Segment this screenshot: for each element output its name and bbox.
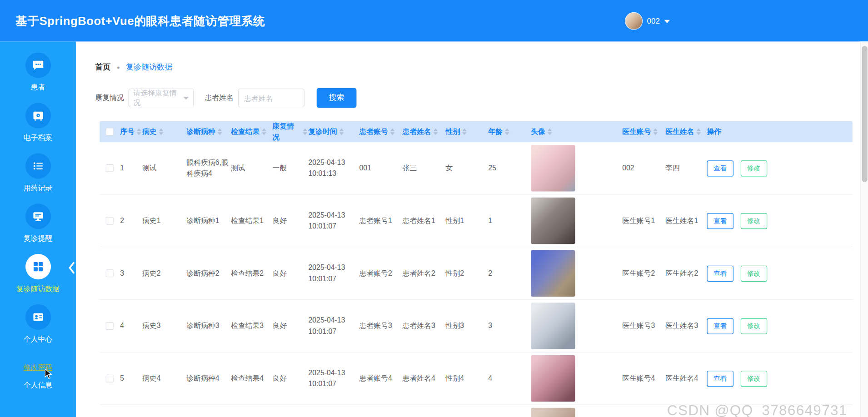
sidebar-item-medication[interactable]: 用药记录 [0, 153, 76, 193]
cell-recovery: 良好 [271, 373, 307, 384]
cell-history: 测试 [141, 163, 185, 174]
cell-age: 2 [487, 268, 530, 279]
cell-result: 检查结果3 [230, 320, 271, 332]
col-result[interactable]: 检查结果 [230, 126, 271, 138]
col-doctor-account[interactable]: 医生账号 [621, 126, 664, 138]
chevron-down-icon [183, 97, 189, 99]
cell-doctor-account: 医生账号4 [621, 373, 664, 384]
cell-recovery: 良好 [271, 320, 307, 332]
row-checkbox[interactable] [105, 375, 113, 382]
sort-icon[interactable] [262, 129, 266, 135]
view-button[interactable]: 查看 [707, 371, 733, 387]
cell-history: 病史2 [141, 268, 185, 279]
col-patient-account[interactable]: 患者账号 [358, 126, 401, 138]
col-actions: 操作 [706, 126, 853, 138]
cell-doctor-name: 医生姓名2 [664, 268, 706, 279]
user-name: 002 [647, 16, 660, 25]
sort-icon[interactable] [218, 129, 222, 135]
data-icon [25, 254, 50, 279]
col-time[interactable]: 复诊时间 [307, 126, 358, 138]
cell-age: 1 [487, 215, 530, 227]
sort-icon[interactable] [505, 129, 509, 135]
edit-button[interactable]: 修改 [740, 318, 767, 334]
patient-name-input[interactable] [238, 89, 304, 107]
sidebar-item-followup-data[interactable]: 复诊随访数据 [0, 254, 76, 294]
mouse-cursor-icon [43, 368, 53, 382]
main-content: 首页 ● 复诊随访数据 康复情况 请选择康复情况 患者姓名 搜索 序号 病史 诊… [76, 41, 860, 417]
table-row: 4 病史3 诊断病种3 检查结果3 良好 2025-04-13 10:01:07… [100, 300, 853, 352]
sort-icon[interactable] [390, 129, 395, 135]
cell-gender: 女 [444, 163, 487, 174]
view-button[interactable]: 查看 [707, 318, 733, 334]
edit-button[interactable]: 修改 [740, 371, 767, 387]
user-menu[interactable]: 002 [625, 12, 670, 30]
col-doctor-name[interactable]: 医生姓名 [664, 126, 706, 138]
breadcrumb-current[interactable]: 复诊随访数据 [126, 63, 172, 73]
row-checkbox[interactable] [105, 322, 113, 330]
table-row: 3 病史2 诊断病种2 检查结果2 良好 2025-04-13 10:01:07… [100, 247, 853, 300]
sort-icon[interactable] [137, 129, 141, 135]
sidebar-item-reminder[interactable]: 复诊提醒 [0, 204, 76, 243]
cell-gender: 性别2 [444, 268, 487, 279]
monitor-icon [25, 204, 50, 229]
row-checkbox[interactable] [105, 217, 113, 224]
cell-gender: 性别3 [444, 320, 487, 332]
patient-avatar [531, 303, 575, 349]
view-button[interactable]: 查看 [707, 265, 733, 281]
sort-icon[interactable] [462, 129, 467, 135]
sidebar-item-patient[interactable]: 患者 [0, 53, 76, 93]
cell-gender: 性别1 [444, 215, 487, 227]
col-age[interactable]: 年龄 [487, 126, 530, 138]
edit-button[interactable]: 修改 [740, 213, 767, 228]
recovery-select[interactable]: 请选择康复情况 [129, 89, 194, 107]
sort-icon[interactable] [339, 129, 344, 135]
table-row: 1 测试 眼科疾病6,眼科疾病4 测试 一般 2025-04-13 10:01:… [100, 142, 853, 195]
cell-time: 2025-04-13 10:01:07 [307, 209, 358, 232]
view-button[interactable]: 查看 [707, 213, 733, 228]
cell-age: 25 [487, 163, 530, 174]
cell-recovery: 一般 [271, 163, 307, 174]
cell-patient-name: 患者姓名2 [401, 268, 444, 279]
view-button[interactable]: 查看 [707, 160, 733, 176]
col-patient-name[interactable]: 患者姓名 [401, 126, 444, 138]
cell-history: 病史4 [141, 373, 185, 384]
cell-result: 检查结果2 [230, 268, 271, 279]
edit-button[interactable]: 修改 [740, 265, 767, 281]
search-button[interactable]: 搜索 [317, 88, 357, 108]
cell-age: 4 [487, 373, 530, 384]
breadcrumb-home[interactable]: 首页 [95, 63, 111, 73]
list-icon [25, 153, 50, 179]
sort-icon[interactable] [303, 129, 307, 135]
col-avatar[interactable]: 头像 [530, 126, 621, 138]
sort-icon[interactable] [653, 129, 658, 135]
cell-time: 2025-04-13 10:01:07 [307, 262, 358, 284]
col-gender[interactable]: 性别 [444, 126, 487, 138]
chevron-down-icon [664, 20, 670, 23]
sidebar-item-personal-center[interactable]: 个人中心 [0, 304, 76, 344]
col-seq[interactable]: 序号 [119, 126, 141, 138]
row-checkbox[interactable] [105, 164, 113, 172]
col-history[interactable]: 病史 [141, 126, 185, 138]
row-checkbox[interactable] [105, 269, 113, 277]
recovery-select-placeholder: 请选择康复情况 [134, 88, 184, 108]
cell-history: 病史1 [141, 215, 185, 227]
edit-button[interactable]: 修改 [740, 160, 767, 176]
sort-icon[interactable] [696, 129, 701, 135]
table-row: 2 病史1 诊断病种1 检查结果1 良好 2025-04-13 10:01:07… [100, 195, 853, 248]
cell-disease: 眼科疾病6,眼科疾病4 [185, 157, 229, 179]
col-recovery[interactable]: 康复情况 [271, 120, 307, 143]
cell-patient-account: 患者账号1 [358, 215, 401, 227]
sort-icon[interactable] [548, 129, 552, 135]
scrollbar-thumb[interactable] [862, 46, 868, 182]
user-avatar[interactable] [625, 12, 643, 30]
col-disease[interactable]: 诊断病种 [185, 126, 229, 138]
cell-doctor-name: 医生姓名1 [664, 215, 706, 227]
sort-icon[interactable] [434, 129, 438, 135]
cell-time: 2025-04-13 10:01:07 [307, 315, 358, 337]
select-all-checkbox[interactable] [105, 128, 113, 135]
sidebar-item-earchive[interactable]: 电子档案 [0, 103, 76, 143]
sort-icon[interactable] [159, 129, 164, 135]
followup-table: 序号 病史 诊断病种 检查结果 康复情况 复诊时间 患者账号 患者姓名 性别 年… [100, 121, 853, 417]
sidebar-item-label: 电子档案 [24, 133, 52, 143]
cell-seq: 4 [119, 320, 141, 332]
